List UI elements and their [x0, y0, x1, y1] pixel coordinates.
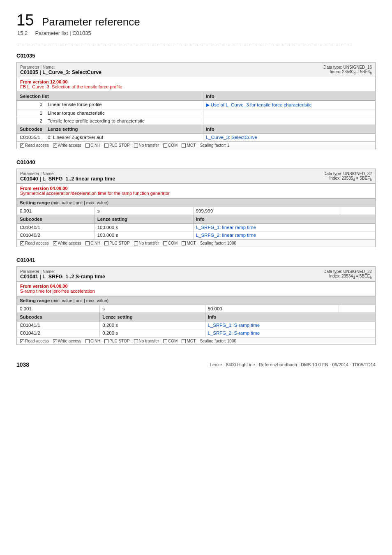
footer-checkbox-plc-stop[interactable]: PLC STOP: [104, 241, 129, 245]
param-data-type-C01035: Data type: UNSIGNED_16Index: 23540d = 5B…: [323, 65, 372, 75]
footer-checkbox-plc-stop[interactable]: PLC STOP: [104, 339, 129, 343]
param-name-main-C01041: C01041 | L_SRFG_1..2 S-ramp time: [20, 274, 105, 280]
subcode-info-link[interactable]: L_SRFG_2: S-ramp time: [208, 331, 260, 335]
param-label-small: Parameter | Name:: [20, 65, 101, 69]
param-data-type-C01041: Data type: UNSIGNED_32Index: 23534d = 5B…: [323, 269, 372, 280]
subcode-info-link[interactable]: L_SRFG_1: linear ramp time: [196, 225, 256, 230]
publisher-info: Lenze · 8400 HighLine · Referenzhandbuch…: [210, 362, 376, 367]
param-table-C01041: Setting range (min. value | unit | max. …: [17, 296, 375, 337]
chapter-number: 15: [16, 12, 34, 28]
footer-checkbox-com[interactable]: COM: [163, 339, 178, 343]
divider: _ _ _ _ _ _ _ _ _ _ _ _ _ _ _ _ _ _ _ _ …: [16, 40, 376, 45]
subcode-info-link[interactable]: L_SRFG_2: linear ramp time: [196, 233, 256, 238]
page-number: 1038: [16, 361, 29, 368]
footer-checkbox-read-access[interactable]: Read access: [20, 241, 49, 245]
footer-checkbox-write-access[interactable]: Write access: [53, 143, 81, 148]
footer-checkbox-com[interactable]: COM: [163, 143, 178, 148]
param-label-small: Parameter | Name:: [20, 171, 115, 176]
footer-checkbox-read-access[interactable]: Read access: [20, 143, 49, 148]
subchapter: 15.2 Parameter list | C01035: [17, 30, 376, 36]
param-table-C01040: Setting range (min. value | unit | max. …: [17, 198, 375, 239]
footer-checkbox-mot[interactable]: MOT: [182, 339, 196, 343]
footer-checkbox-plc-stop[interactable]: PLC STOP: [104, 143, 129, 148]
subcode-row: C01040/1100.000 sL_SRFG_1: linear ramp t…: [17, 224, 375, 231]
section-id-C01040: C01040: [16, 159, 376, 165]
footer-checkbox-cinh[interactable]: CINH: [85, 241, 100, 245]
subcode-row: C01041/10.200 sL_SRFG_1: S-ramp time: [17, 321, 375, 329]
footer-checkbox-read-access[interactable]: Read access: [20, 339, 49, 343]
param-data-type-C01040: Data type: UNSIGNED_32Index: 23535d = 5B…: [323, 171, 372, 182]
footer-checkbox-no-transfer[interactable]: No transfer: [134, 143, 159, 148]
param-version-row-C01035: From version 12.00.00FB L_Curve_3: Selec…: [17, 77, 375, 92]
info-link[interactable]: ▶ Use of L_Curve_3 for tensile force cha…: [206, 102, 312, 107]
footer-checkbox-cinh[interactable]: CINH: [85, 339, 100, 343]
param-footer-C01035: Read accessWrite accessCINHPLC STOPNo tr…: [17, 141, 375, 149]
section-id-C01041: C01041: [16, 257, 376, 263]
section-id-C01035: C01035: [16, 53, 376, 59]
param-name-main-C01040: C01040 | L_SRFG_1..2 linear ramp time: [20, 176, 115, 182]
page-footer: 1038 Lenze · 8400 HighLine · Referenzhan…: [16, 361, 376, 368]
param-footer-C01041: Read accessWrite accessCINHPLC STOPNo tr…: [17, 337, 375, 345]
subcode-row: C01035/10: Linearer ZugkraftverlaufL_Cur…: [17, 134, 375, 141]
subcode-row: C01041/20.200 sL_SRFG_2: S-ramp time: [17, 329, 375, 337]
page-header: 15 Parameter reference: [16, 12, 376, 28]
version-fb-link[interactable]: L_Curve_3: [27, 84, 49, 89]
chapter-title: Parameter reference: [42, 16, 140, 28]
param-block-C01035: Parameter | Name:C01035 | L_Curve_3: Sel…: [16, 62, 376, 149]
table-row: 1Linear torque characteristic: [17, 109, 375, 117]
param-version-row-C01040: From version 04.00.00Symmetrical acceler…: [17, 184, 375, 198]
scaling-factor: Scaling factor: 1: [200, 143, 230, 148]
subcode-row: C01040/2100.000 sL_SRFG_2: linear ramp t…: [17, 231, 375, 239]
table-row: 0Linear tensile force profile▶ Use of L_…: [17, 101, 375, 109]
range-values-row: 0.001s50.000: [17, 305, 375, 313]
param-table-C01035: Selection listInfo0Linear tensile force …: [17, 92, 375, 141]
scaling-factor: Scaling factor: 1000: [200, 241, 236, 245]
footer-checkbox-no-transfer[interactable]: No transfer: [134, 339, 159, 343]
param-block-C01041: Parameter | Name:C01041 | L_SRFG_1..2 S-…: [16, 266, 376, 345]
subcode-info-link[interactable]: L_SRFG_1: S-ramp time: [208, 323, 260, 328]
param-version-row-C01041: From version 04.00.00S-ramp time for jer…: [17, 282, 375, 296]
scaling-factor: Scaling factor: 1000: [200, 339, 236, 343]
param-label-small: Parameter | Name:: [20, 269, 105, 274]
footer-checkbox-cinh[interactable]: CINH: [85, 143, 100, 148]
footer-checkbox-no-transfer[interactable]: No transfer: [134, 241, 159, 245]
table-row: 2Tensile force profile according to char…: [17, 117, 375, 125]
footer-checkbox-mot[interactable]: MOT: [182, 143, 196, 148]
params-container: C01035Parameter | Name:C01035 | L_Curve_…: [16, 53, 376, 345]
footer-checkbox-write-access[interactable]: Write access: [53, 339, 81, 343]
param-header-C01040: Parameter | Name:C01040 | L_SRFG_1..2 li…: [17, 169, 375, 184]
param-header-C01041: Parameter | Name:C01041 | L_SRFG_1..2 S-…: [17, 267, 375, 282]
param-header-C01035: Parameter | Name:C01035 | L_Curve_3: Sel…: [17, 62, 375, 77]
subcode-info-link[interactable]: L_Curve_3: SelectCurve: [206, 135, 257, 140]
footer-checkbox-write-access[interactable]: Write access: [53, 241, 81, 245]
param-footer-C01040: Read accessWrite accessCINHPLC STOPNo tr…: [17, 239, 375, 247]
footer-checkbox-com[interactable]: COM: [163, 241, 178, 245]
param-block-C01040: Parameter | Name:C01040 | L_SRFG_1..2 li…: [16, 169, 376, 247]
footer-checkbox-mot[interactable]: MOT: [182, 241, 196, 245]
param-name-main-C01035: C01035 | L_Curve_3: SelectCurve: [20, 69, 101, 75]
range-values-row: 0.001s999.999: [17, 207, 375, 215]
